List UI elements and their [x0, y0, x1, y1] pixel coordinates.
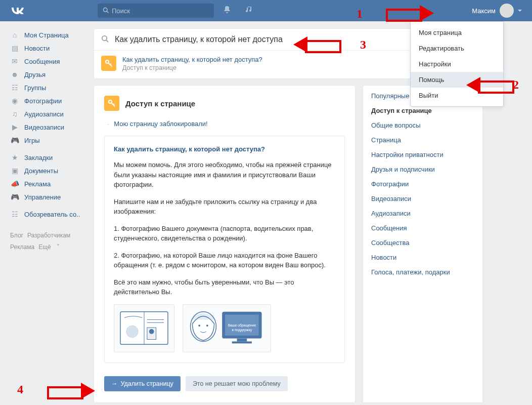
article-p2: Напишите нам и не забудьте приложить ссы…: [114, 197, 335, 217]
not-solved-button[interactable]: Это не решает мою проблему: [186, 376, 288, 391]
dropdown-item-my-page[interactable]: Моя страница: [411, 25, 503, 40]
svg-text:Ваше обращение: Ваше обращение: [228, 323, 256, 328]
cat-communities[interactable]: Сообщества: [363, 235, 482, 250]
svg-line-6: [110, 64, 111, 65]
footer-ads[interactable]: Реклама: [10, 244, 34, 251]
svg-point-2: [102, 36, 107, 40]
sidebar-item-ads[interactable]: 📣Реклама: [10, 177, 86, 190]
svg-rect-20: [232, 341, 252, 343]
message-icon: ✉: [10, 57, 19, 65]
vk-logo[interactable]: [10, 5, 24, 17]
passport-illustration: [114, 304, 174, 352]
search-icon: [101, 35, 109, 44]
cat-general[interactable]: Общие вопросы: [363, 118, 482, 133]
video-icon: ▶: [10, 123, 19, 131]
footer-blog[interactable]: Блог: [10, 232, 23, 239]
people-icon: ☷: [10, 210, 19, 218]
user-menu-trigger[interactable]: Максим: [472, 4, 522, 18]
sidebar-footer: БлогРазработчикам РекламаЕщё ˅: [10, 230, 86, 253]
arrow-right-icon: →: [111, 380, 118, 387]
cat-privacy[interactable]: Настройки приватности: [363, 147, 482, 162]
search-icon: [103, 7, 109, 15]
cat-page[interactable]: Страница: [363, 133, 482, 147]
cat-photos[interactable]: Фотографии: [363, 177, 482, 191]
groups-icon: ☷: [10, 84, 19, 92]
delete-page-button[interactable]: →Удалить страницу: [104, 376, 181, 391]
annotation-arrow-1: [420, 5, 434, 21]
footer-dev[interactable]: Разработчикам: [27, 232, 70, 239]
svg-text:в поддержку: в поддержку: [232, 328, 252, 332]
svg-line-1: [107, 11, 108, 13]
annotation-4: 4: [17, 383, 23, 396]
annotation-arrow-4: [81, 383, 95, 399]
star-icon: ★: [10, 153, 19, 161]
sidebar-item-community-browser[interactable]: ☷Обозреватель со..: [10, 208, 86, 221]
header: Максим: [0, 0, 532, 21]
sidebar-item-games[interactable]: 🎮Игры: [10, 134, 86, 147]
article-p1: Мы можем помочь. Для этого необходимо, ч…: [114, 160, 335, 190]
news-icon: ▤: [10, 44, 19, 52]
blocked-page-link[interactable]: Мою страницу заблокировали!: [107, 120, 345, 128]
games-icon: 🎮: [10, 136, 19, 144]
sidebar-item-documents[interactable]: ▣Документы: [10, 164, 86, 177]
user-dropdown: Моя страница Редактировать Настройки Пом…: [410, 21, 504, 107]
svg-line-9: [113, 104, 114, 105]
cat-news[interactable]: Новости: [363, 250, 482, 265]
bell-icon[interactable]: [223, 6, 231, 16]
header-search[interactable]: [98, 4, 214, 18]
camera-icon: ◉: [10, 97, 19, 105]
svg-point-25: [206, 325, 208, 327]
cat-payments[interactable]: Голоса, платежи, подарки: [363, 265, 482, 279]
sidebar-item-photos[interactable]: ◉Фотографии: [10, 94, 86, 107]
key-icon: [104, 96, 119, 111]
audio-icon: ♫: [10, 110, 19, 118]
svg-point-0: [104, 8, 108, 12]
article-title: Как удалить страницу, к которой нет дост…: [114, 145, 335, 153]
footer-more[interactable]: Ещё ˅: [38, 244, 60, 251]
cat-friends[interactable]: Друзья и подписчики: [363, 162, 482, 177]
article-heading: Доступ к странице: [125, 99, 195, 108]
dropdown-item-settings[interactable]: Настройки: [411, 56, 503, 72]
left-sidebar: ⌂Моя Страница ▤Новости ✉Сообщения ☻Друзь…: [10, 28, 86, 253]
annotation-1: 1: [357, 7, 363, 21]
home-icon: ⌂: [10, 31, 19, 39]
music-icon[interactable]: [245, 6, 253, 16]
sidebar-item-manage[interactable]: 🎮Управление: [10, 190, 86, 204]
svg-point-24: [198, 325, 200, 327]
manage-icon: 🎮: [10, 193, 19, 201]
doc-icon: ▣: [10, 167, 19, 175]
cat-messages[interactable]: Сообщения: [363, 221, 482, 235]
avatar: [500, 4, 514, 18]
article-p5: Всё это нам нужно, чтобы быть уверенными…: [114, 277, 335, 297]
header-search-input[interactable]: [112, 7, 209, 15]
sidebar-item-friends[interactable]: ☻Друзья: [10, 68, 86, 81]
sidebar-item-audio[interactable]: ♫Аудиозаписи: [10, 107, 86, 120]
cat-video[interactable]: Видеозаписи: [363, 191, 482, 206]
svg-rect-19: [237, 338, 247, 341]
cat-audio[interactable]: Аудиозаписи: [363, 206, 482, 221]
article-p3: 1. Фотографию Вашего документа (паспорта…: [114, 224, 335, 244]
annotation-arrow-3: [293, 36, 307, 53]
face-monitor-illustration: Ваше обращениев поддержку: [183, 304, 271, 352]
sidebar-item-bookmarks[interactable]: ★Закладки: [10, 151, 86, 164]
svg-line-3: [106, 40, 108, 42]
search-result-subtitle: Доступ к странице: [122, 64, 262, 71]
ads-icon: 📣: [10, 180, 19, 188]
sidebar-item-news[interactable]: ▤Новости: [10, 42, 86, 55]
friends-icon: ☻: [10, 70, 19, 78]
article-card: Доступ к странице Мою страницу заблокиро…: [94, 85, 356, 403]
sidebar-item-groups[interactable]: ☷Группы: [10, 81, 86, 94]
chevron-down-icon: [518, 10, 522, 12]
article-body: Как удалить страницу, к которой нет дост…: [104, 136, 345, 363]
username: Максим: [472, 7, 496, 15]
sidebar-item-video[interactable]: ▶Видеозаписи: [10, 120, 86, 134]
sidebar-item-messages[interactable]: ✉Сообщения: [10, 55, 86, 68]
article-p4: 2. Фотографию, на которой Ваше лицо нахо…: [114, 251, 335, 270]
svg-point-14: [149, 329, 154, 334]
dropdown-item-edit[interactable]: Редактировать: [411, 40, 503, 56]
sidebar-item-my-page[interactable]: ⌂Моя Страница: [10, 28, 86, 42]
annotation-arrow-2: [466, 77, 480, 93]
search-result-title: Как удалить страницу, к которой нет дост…: [122, 56, 262, 63]
annotation-3: 3: [360, 38, 366, 52]
help-category-nav: Популярные Доступ к странице Общие вопро…: [363, 85, 483, 403]
